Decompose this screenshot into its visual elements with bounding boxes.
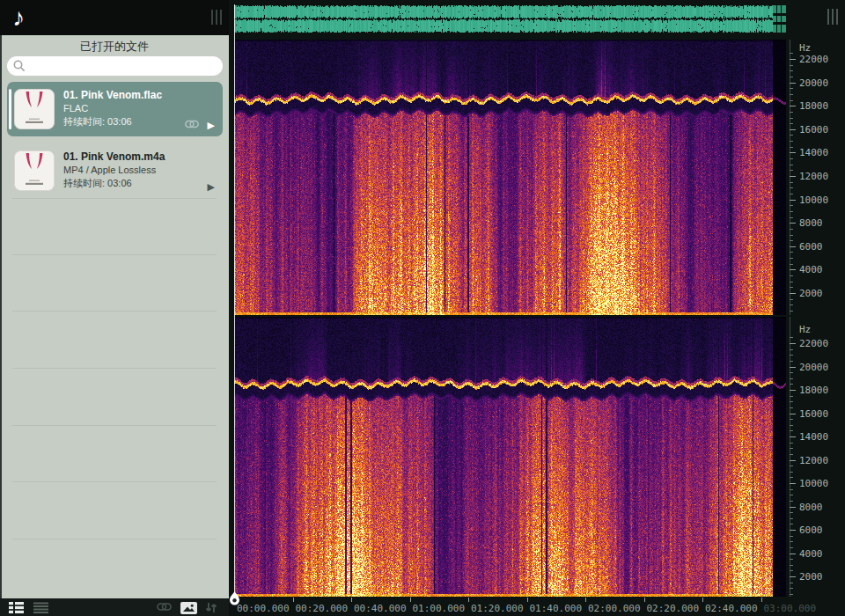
playhead-pin[interactable]	[230, 591, 239, 606]
freq-tick-label: 2000	[799, 288, 823, 299]
time-tick-label: 02:20.000	[647, 603, 700, 614]
freq-tick-label: 20000	[799, 362, 828, 373]
list-detail-view-icon[interactable]	[9, 602, 24, 613]
album-art	[14, 89, 55, 129]
time-tick-label: 01:40.000	[530, 603, 583, 614]
file-meta: 01. Pink Venom.m4a MP4 / Apple Lossless …	[63, 150, 200, 190]
time-tick-label: 03:00.000	[764, 603, 817, 614]
file-title: 01. Pink Venom.m4a	[63, 150, 200, 164]
freq-tick-label: 22000	[799, 338, 828, 349]
freq-tick-label: 18000	[799, 100, 828, 112]
sidebar-footer-toolbar	[0, 598, 229, 616]
time-tick-label: 02:40.000	[705, 603, 758, 614]
file-item-flac[interactable]: 01. Pink Venom.flac FLAC 持续时间: 03:06 ▶	[7, 82, 223, 136]
file-format: MP4 / Apple Lossless	[63, 164, 200, 177]
list-separator	[12, 311, 217, 312]
time-tick-label: 01:20.000	[471, 603, 524, 614]
time-tick-label: 00:40.000	[354, 603, 407, 614]
file-item-m4a[interactable]: 01. Pink Venom.m4a MP4 / Apple Lossless …	[7, 143, 223, 198]
list-separator	[12, 254, 217, 255]
freq-axis-bottom: Hz22000200001800016000140001200010000800…	[790, 317, 844, 597]
freq-tick-label: 6000	[799, 241, 823, 253]
time-axis: 00:00.00000:20.00000:40.00001:00.00001:2…	[229, 598, 845, 616]
freq-tick-label: 4000	[799, 548, 823, 560]
play-icon[interactable]: ▶	[208, 181, 215, 193]
freq-tick-label: 12000	[799, 171, 828, 182]
freq-tick-label: 10000	[799, 194, 828, 206]
freq-tick-label: 6000	[799, 524, 823, 536]
search-box[interactable]	[7, 56, 223, 76]
waveform-overview-canvas[interactable]	[234, 4, 786, 33]
freq-axis-unit: Hz	[799, 324, 811, 335]
list-separator	[12, 539, 217, 539]
search-icon	[13, 60, 26, 72]
list-separator	[12, 481, 217, 482]
freq-tick-label: 4000	[799, 264, 823, 275]
freq-tick-label: 2000	[799, 571, 823, 583]
sidebar-topbar: ♪	[0, 0, 229, 35]
freq-tick-label: 14000	[799, 431, 828, 443]
freq-axis-unit: Hz	[799, 42, 811, 54]
time-tick-label: 00:00.000	[237, 603, 290, 614]
playhead-line	[234, 4, 235, 598]
freq-tick-label: 22000	[799, 54, 828, 65]
file-format: FLAC	[63, 102, 200, 115]
search-input[interactable]	[30, 57, 215, 75]
time-tick-label: 02:00.000	[588, 603, 641, 614]
spectrogram-m4a-canvas[interactable]	[234, 317, 786, 597]
list-separator	[12, 368, 217, 369]
panel-resize-handle-icon[interactable]	[827, 9, 838, 25]
list-compact-view-icon[interactable]	[33, 602, 48, 613]
play-icon[interactable]: ▶	[208, 120, 215, 131]
list-separator	[12, 425, 217, 426]
freq-tick-label: 8000	[799, 217, 823, 229]
artwork-view-icon[interactable]	[180, 602, 197, 614]
file-title: 01. Pink Venom.flac	[63, 88, 200, 102]
music-note-icon: ♪	[12, 2, 25, 33]
link-icon	[185, 120, 199, 128]
app-window: ♪ 已打开的文件	[0, 0, 845, 616]
sidebar-title: 已打开的文件	[0, 39, 229, 55]
freq-tick-label: 14000	[799, 147, 828, 158]
time-tick-label: 00:20.000	[296, 603, 349, 614]
sidebar: ♪ 已打开的文件	[0, 0, 229, 616]
freq-tick-label: 16000	[799, 408, 828, 420]
freq-tick-label: 18000	[799, 385, 828, 396]
time-tick-label: 01:00.000	[413, 603, 466, 614]
freq-tick-label: 20000	[799, 77, 828, 89]
file-duration: 持续时间: 03:06	[63, 177, 200, 190]
selection-indicator	[9, 89, 11, 129]
spectrogram-flac-canvas[interactable]	[234, 40, 786, 315]
spectrogram-area: Hz22000200001800016000140001200010000800…	[229, 0, 845, 616]
freq-tick-label: 8000	[799, 502, 823, 513]
list-separator	[12, 198, 217, 199]
freq-tick-label: 10000	[799, 478, 828, 489]
panel-resize-handle-icon[interactable]	[211, 10, 222, 25]
freq-tick-label: 12000	[799, 455, 828, 466]
link-files-icon[interactable]	[157, 602, 172, 612]
file-meta: 01. Pink Venom.flac FLAC 持续时间: 03:06	[63, 88, 200, 128]
freq-axis-top: Hz22000200001800016000140001200010000800…	[790, 40, 844, 315]
freq-tick-label: 16000	[799, 124, 828, 136]
file-duration: 持续时间: 03:06	[63, 115, 200, 128]
sort-files-icon[interactable]	[205, 602, 217, 613]
album-art	[14, 150, 55, 191]
sidebar-body: 已打开的文件 01. Pink Veno	[0, 35, 229, 598]
